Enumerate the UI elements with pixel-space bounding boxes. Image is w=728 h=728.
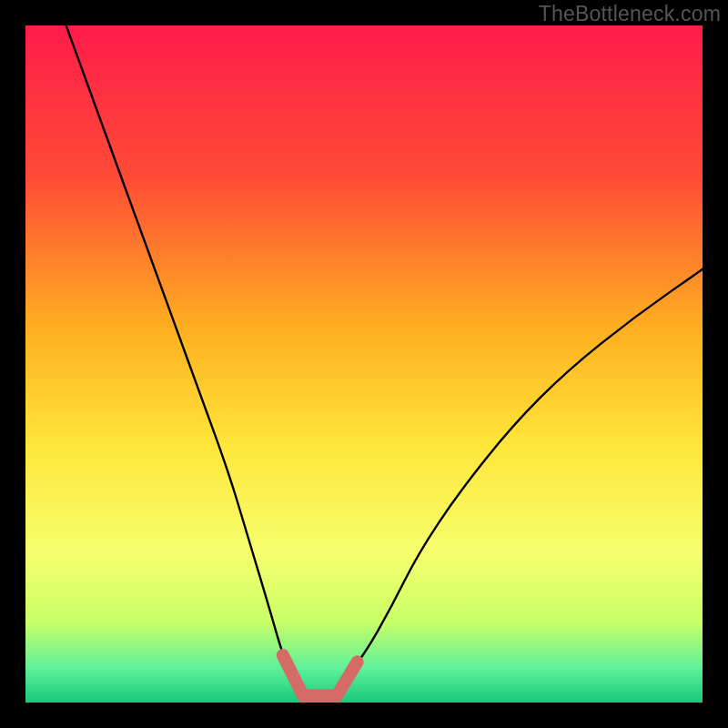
chart-frame: TheBottleneck.com	[0, 0, 728, 728]
plot-area	[25, 25, 703, 703]
watermark-text: TheBottleneck.com	[539, 2, 721, 26]
gradient-background	[25, 25, 703, 703]
bottleneck-chart	[25, 25, 703, 703]
